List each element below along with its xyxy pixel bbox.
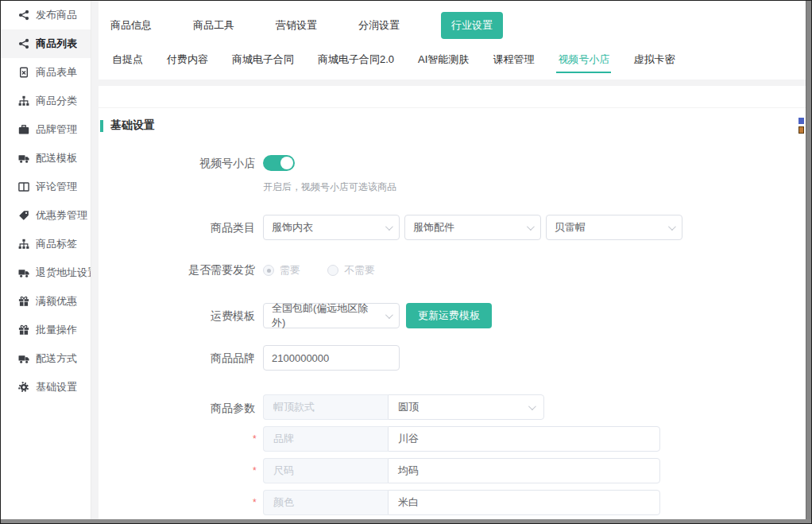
tab-marketing-settings[interactable]: 营销设置 [276, 18, 317, 33]
video-shop-label: 视频号小店 [99, 155, 255, 194]
share-icon [18, 38, 29, 49]
sitemap-icon [18, 95, 29, 107]
radio-icon [327, 265, 338, 276]
category-row: 商品类目 服饰内衣 服饰配件 贝雷帽 [99, 215, 806, 240]
product-brand-row: 商品品牌 2100000000 [99, 345, 806, 371]
category-select-level2-value: 服饰配件 [413, 220, 454, 235]
tab-mall-econtract-2[interactable]: 商城电子合同2.0 [316, 43, 396, 76]
radio-label: 不需要 [344, 263, 375, 278]
section-title-text: 基础设置 [110, 118, 155, 133]
sidebar-item-basic-settings[interactable]: 基础设置 [1, 373, 91, 402]
radio-need-shipping-no[interactable]: 不需要 [327, 263, 375, 278]
toggle-knob-icon [280, 157, 293, 169]
sidebar-item-label: 商品列表 [36, 37, 77, 51]
category-select-level1-value: 服饰内衣 [272, 220, 313, 235]
video-shop-hint: 开启后，视频号小店可选该商品 [263, 180, 396, 194]
sidebar-item-delivery-method[interactable]: 配送方式 [1, 344, 91, 373]
product-brand-input[interactable]: 2100000000 [263, 345, 400, 371]
sidebar-item-label: 批量操作 [36, 323, 77, 337]
vertical-scrollbar[interactable] [806, 1, 811, 523]
horizontal-scrollbar[interactable] [1, 519, 811, 523]
sidebar-item-product-list[interactable]: 商品列表 [1, 29, 91, 58]
sidebar-item-label: 商品分类 [36, 94, 77, 108]
product-params-row: 商品参数 帽顶款式 圆顶 * 品牌 [99, 394, 806, 520]
need-shipping-label: 是否需要发货 [99, 261, 255, 278]
card-header-strip [99, 86, 806, 108]
tab-course-management[interactable]: 课程管理 [491, 43, 536, 76]
tab-pickup-point[interactable]: 自提点 [110, 43, 145, 76]
param-row-color: * 颜色 米白 [263, 490, 660, 515]
gift-icon [18, 296, 29, 307]
sidebar-item-full-discount[interactable]: 满额优惠 [1, 287, 91, 316]
truck-icon [18, 353, 29, 364]
sidebar-item-return-address[interactable]: 退货地址设置 [1, 258, 91, 287]
param-value: 均码 [398, 464, 419, 478]
sidebar-item-coupon-management[interactable]: 优惠券管理 [1, 201, 91, 230]
settings-form: 视频号小店 开启后，视频号小店可选该商品 商品类目 服饰内衣 [99, 155, 806, 520]
tab-profit-settings[interactable]: 分润设置 [358, 18, 400, 33]
radio-icon [263, 265, 274, 276]
tab-virtual-card-key[interactable]: 虚拟卡密 [632, 43, 676, 76]
sidebar-item-brand-management[interactable]: 品牌管理 [1, 115, 91, 144]
sidebar-item-shipping-template[interactable]: 配送模板 [1, 144, 91, 173]
primary-tabs: 商品信息 商品工具 营销设置 分润设置 行业设置 [99, 1, 806, 42]
sidebar-item-review-management[interactable]: 评论管理 [1, 173, 91, 201]
param-value: 川谷 [398, 432, 419, 446]
param-value-input[interactable]: 均码 [388, 458, 660, 483]
required-asterisk: * [253, 465, 257, 476]
freight-template-select[interactable]: 全国包邮(偏远地区除外) [263, 303, 400, 328]
need-shipping-row: 是否需要发货 需要 不需要 [99, 261, 806, 278]
tab-product-tools[interactable]: 商品工具 [193, 18, 234, 33]
sidebar-item-label: 商品表单 [36, 65, 77, 80]
sidebar-item-label: 配送模板 [36, 151, 77, 165]
param-value-input[interactable]: 川谷 [388, 426, 660, 452]
settings-card: 基础设置 视频号小店 开启后，视频号小店可选该商品 商品类目 服饰 [99, 86, 806, 520]
sidebar-item-label: 退货地址设置 [36, 266, 91, 280]
category-select-level1[interactable]: 服饰内衣 [263, 215, 400, 240]
radio-need-shipping-yes[interactable]: 需要 [263, 263, 300, 278]
sidebar-item-publish-product[interactable]: 发布商品 [1, 1, 91, 29]
param-value-select[interactable]: 圆顶 [388, 394, 544, 420]
video-shop-toggle[interactable] [263, 155, 295, 171]
sidebar-item-product-category[interactable]: 商品分类 [1, 87, 91, 115]
briefcase-icon [18, 124, 29, 135]
app-window: 发布商品 商品列表 商品表单 商品分类 品牌管理 配送模板 评论管理 优惠券管 [0, 0, 812, 524]
tab-product-info[interactable]: 商品信息 [110, 18, 152, 33]
update-freight-template-button[interactable]: 更新运费模板 [406, 303, 492, 328]
clipped-widget-icon [798, 126, 804, 134]
sidebar-item-product-tags[interactable]: 商品标签 [1, 230, 91, 258]
main-content: 商品信息 商品工具 营销设置 分润设置 行业设置 自提点 付费内容 商城电子合同… [92, 1, 806, 519]
sidebar-item-label: 基础设置 [36, 380, 77, 394]
category-select-level2[interactable]: 服饰配件 [404, 215, 541, 240]
sidebar-item-product-form[interactable]: 商品表单 [1, 58, 91, 87]
video-shop-row: 视频号小店 开启后，视频号小店可选该商品 [99, 155, 806, 194]
gear-icon [18, 382, 29, 393]
card-gap [92, 80, 806, 86]
tab-paid-content[interactable]: 付费内容 [165, 43, 210, 76]
section-title-bar [100, 120, 103, 132]
truck-icon [18, 267, 29, 278]
secondary-tabs: 自提点 付费内容 商城电子合同 商城电子合同2.0 AI智能测肤 课程管理 视频… [99, 42, 806, 77]
category-select-level3[interactable]: 贝雷帽 [546, 215, 682, 240]
gift-icon [18, 324, 29, 336]
tab-ai-skin-test[interactable]: AI智能测肤 [416, 43, 470, 76]
sidebar-item-label: 发布商品 [36, 8, 77, 22]
tab-video-channel-shop[interactable]: 视频号小店 [556, 43, 611, 76]
sitemap-icon [18, 239, 29, 250]
sidebar-item-label: 商品标签 [36, 237, 77, 251]
chevron-down-icon [385, 223, 393, 231]
product-params-label: 商品参数 [99, 394, 255, 520]
chevron-down-icon [385, 311, 393, 319]
param-value-input[interactable]: 米白 [388, 490, 660, 515]
tab-industry-settings[interactable]: 行业设置 [441, 12, 503, 39]
param-row-size: * 尺码 均码 [263, 458, 660, 483]
file-icon [18, 67, 29, 78]
sidebar-item-batch-operations[interactable]: 批量操作 [1, 316, 91, 344]
sidebar-item-label: 配送方式 [36, 351, 77, 366]
chevron-down-icon [527, 223, 535, 231]
share-icon [18, 10, 29, 21]
param-name: 帽顶款式 [263, 394, 388, 420]
freight-template-label: 运费模板 [99, 303, 255, 328]
tabs-card: 商品信息 商品工具 营销设置 分润设置 行业设置 自提点 付费内容 商城电子合同… [99, 1, 806, 80]
tab-mall-econtract[interactable]: 商城电子合同 [230, 43, 296, 76]
